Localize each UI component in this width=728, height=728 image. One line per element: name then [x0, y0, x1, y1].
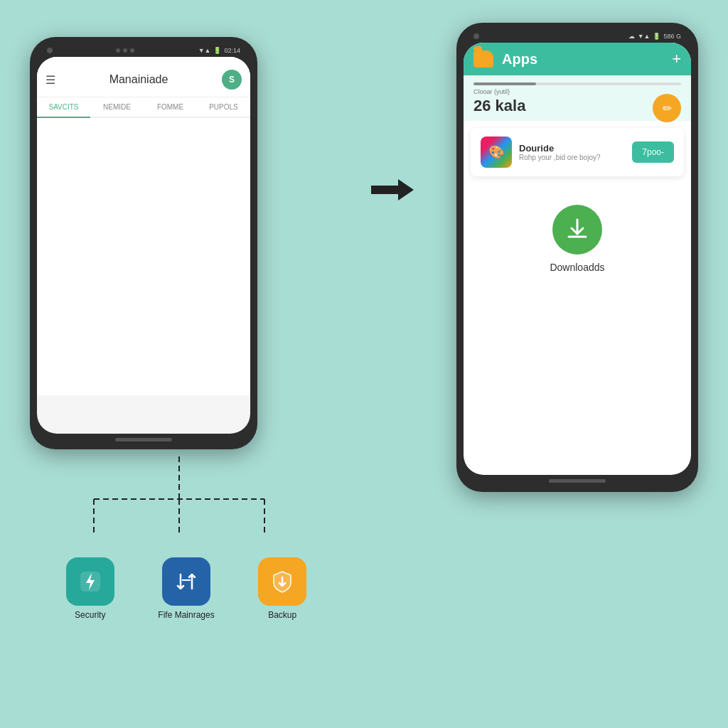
camera-left [47, 48, 53, 53]
sensor-dot-3 [130, 48, 134, 53]
right-home-bar [549, 479, 606, 483]
scene: ▼▲ 🔋 02:14 ☰ Manainiade S SAVCIT [16, 23, 712, 705]
tab-nemide[interactable]: NEMIDE [90, 97, 144, 117]
downloads-label: Downloadds [550, 262, 604, 273]
right-phone: ☁ ▼▲ 🔋 586 G Apps + Clo [456, 23, 698, 492]
app-description: Rohp your ,bid ore bojoy? [519, 154, 625, 161]
storage-size: 26 kala [473, 97, 681, 115]
sensor-dot-2 [123, 48, 127, 53]
backup-item: Backup [258, 557, 306, 620]
edit-button[interactable]: ✏ [653, 94, 681, 122]
tab-pupols[interactable]: PUPOLS [197, 97, 250, 117]
right-status-text: 586 G [663, 33, 681, 40]
backup-shield-icon [269, 569, 295, 594]
dashed-lines-svg [30, 456, 328, 542]
left-home-bar [115, 438, 172, 441]
file-manager-arrows-icon [173, 569, 199, 594]
battery-icon: 🔋 [213, 47, 221, 54]
app-info: Douride Rohp your ,bid ore bojoy? [519, 143, 625, 161]
left-phone: ▼▲ 🔋 02:14 ☰ Manainiade S SAVCIT [30, 37, 257, 449]
app-name: Douride [519, 143, 625, 154]
left-screen: ☰ Manainiade S SAVCITS NEMIDE FOMME [37, 57, 250, 434]
sensor-dot-1 [116, 48, 120, 53]
direction-arrow [371, 179, 414, 200]
security-label: Security [75, 610, 105, 620]
bottom-section: Security Fife Mainrages [30, 456, 328, 620]
security-icon-box[interactable] [66, 557, 114, 606]
wifi-icon: ☁ [628, 33, 635, 40]
right-phone-notch: ☁ ▼▲ 🔋 586 G [464, 30, 691, 43]
file-manager-label: Fife Mainrages [158, 610, 214, 620]
download-arrow-icon [564, 217, 590, 242]
storage-label: Clooar (yutil) [473, 88, 681, 95]
folder-icon [473, 50, 493, 68]
camera-right [473, 33, 479, 39]
add-app-button[interactable]: + [672, 50, 681, 68]
apps-header: Apps + [464, 43, 691, 75]
storage-section: Clooar (yutil) 26 kala ✏ [464, 75, 691, 121]
right-screen: Apps + Clooar (yutil) 26 kala ✏ 🎨 D [464, 43, 691, 475]
signal-icon: ▼▲ [198, 47, 211, 54]
hamburger-icon[interactable]: ☰ [46, 73, 55, 87]
app-action-button[interactable]: 7poo- [632, 141, 674, 163]
avatar-letter: S [229, 75, 235, 85]
storage-bar-track [473, 82, 681, 85]
left-phone-title: Manainiade [63, 73, 215, 86]
avatar[interactable]: S [222, 70, 242, 90]
left-content-area [37, 118, 250, 395]
arrow-head [398, 179, 414, 200]
right-phone-wrapper: ☁ ▼▲ 🔋 586 G Apps + Clo [456, 23, 698, 492]
left-status-row [37, 57, 250, 63]
right-status-bar: ☁ ▼▲ 🔋 586 G [628, 33, 681, 40]
app-colorful-icon: 🎨 [481, 136, 512, 168]
left-status-bar: ▼▲ 🔋 02:14 [198, 47, 240, 54]
battery-icon-right: 🔋 [653, 33, 660, 40]
downloads-area: Downloadds [464, 183, 691, 294]
storage-bar-fill [473, 82, 536, 85]
left-tabs: SAVCITS NEMIDE FOMME PUPOLS [37, 97, 250, 118]
arrow-container [371, 179, 414, 200]
app-suggestion-card: 🎨 Douride Rohp your ,bid ore bojoy? 7poo… [471, 128, 684, 176]
tab-savcits[interactable]: SAVCITS [37, 97, 90, 117]
sensors-left [116, 48, 134, 53]
security-bolt-icon [77, 569, 103, 594]
backup-icon-box[interactable] [258, 557, 306, 606]
apps-title: Apps [502, 51, 663, 68]
time-display: 02:14 [224, 47, 240, 54]
download-icon-circle[interactable] [552, 205, 602, 255]
file-manager-item: Fife Mainrages [158, 557, 214, 620]
signal-icon-right: ▼▲ [638, 33, 651, 40]
backup-label: Backup [268, 610, 296, 620]
bottom-icons-row: Security Fife Mainrages [44, 557, 328, 620]
left-phone-notch: ▼▲ 🔋 02:14 [37, 44, 250, 57]
tab-fomme[interactable]: FOMME [144, 97, 197, 117]
security-item: Security [66, 557, 114, 620]
left-toolbar: ☰ Manainiade S [37, 63, 250, 97]
file-manager-icon-box[interactable] [162, 557, 210, 606]
